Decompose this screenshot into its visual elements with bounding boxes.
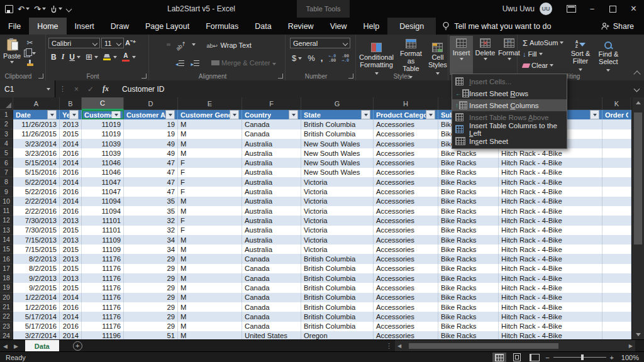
cell[interactable]: 11047 [82,187,124,196]
cell[interactable]: Australia [242,206,301,216]
cell[interactable]: Hitch Rack - 4-Bike [499,158,602,167]
cell[interactable]: Bike Racks [438,283,499,292]
cell[interactable]: 29 [124,293,178,302]
cell[interactable]: Canada [242,293,301,302]
column-header-g[interactable]: G [301,97,374,110]
cell[interactable]: Bike Racks [438,197,499,206]
cell[interactable]: Bike Racks [438,302,499,312]
tab-review[interactable]: Review [280,18,322,35]
page-break-view-button[interactable] [528,353,541,362]
cell[interactable] [602,206,631,216]
table-header-cell-customer-id[interactable]: Customer ID [82,110,124,119]
cell[interactable]: Accessories [374,129,438,139]
cell[interactable]: 5/22/2016 [13,187,60,196]
cell[interactable]: Bike Racks [438,322,499,331]
cell[interactable]: Accessories [374,139,438,148]
cell[interactable]: Accessories [374,283,438,292]
table-header-cell-country[interactable]: Country [242,110,301,119]
column-header-d[interactable]: D [124,97,178,110]
decrease-decimal-button[interactable]: .00→.0 [341,54,349,62]
cell[interactable]: Hitch Rack - 4-Bike [499,312,602,321]
cell[interactable]: Accessories [374,197,438,206]
cell[interactable]: Canada [242,283,301,292]
redo-dropdown-icon[interactable] [42,8,46,10]
cell[interactable]: Hitch Rack - 4-Bike [499,197,602,206]
filter-dropdown-button[interactable] [111,110,121,119]
table-header-cell-order-q[interactable]: Order Q [602,110,631,119]
cell[interactable]: Hitch Rack - 4-Bike [499,322,602,331]
cell[interactable]: Bike Racks [438,158,499,167]
cell[interactable]: Accessories [374,148,438,158]
tab-help[interactable]: Help [355,18,388,35]
cell[interactable]: F [178,216,242,225]
vertical-scrollbar[interactable] [631,97,644,339]
cell[interactable] [602,322,631,331]
filter-dropdown-button[interactable] [165,110,175,119]
cell[interactable] [602,148,631,158]
cell[interactable] [602,254,631,263]
cell[interactable]: Bike Racks [438,168,499,177]
new-sheet-button[interactable]: + [73,341,82,351]
cell-styles-button[interactable]: CellStyles [425,40,450,76]
column-header-a[interactable]: A [13,97,60,110]
name-box-dropdown-icon[interactable] [47,88,50,90]
cell[interactable]: Victoria [301,216,374,225]
cell[interactable]: Bike Racks [438,187,499,196]
align-left-button[interactable] [153,62,157,64]
cell[interactable]: 5/15/2016 [13,168,60,177]
cell[interactable]: M [178,302,242,312]
cell[interactable]: 2015 [60,129,82,139]
cell[interactable]: M [178,283,242,292]
tab-insert[interactable]: Insert [67,18,103,35]
find-select-button[interactable]: Find &Select [594,38,623,73]
cell[interactable]: 11039 [82,148,124,158]
cell[interactable]: Hitch Rack - 4-Bike [499,293,602,302]
font-size-select[interactable]: 11 [101,38,124,48]
increase-indent-button[interactable]: ▸ [189,56,202,70]
cell[interactable]: 49 [124,148,178,158]
increase-decimal-button[interactable]: ←.0.00 [328,54,336,62]
cell[interactable]: 2015 [60,264,82,273]
table-header-cell-product-category[interactable]: Product Category [374,110,438,119]
cell[interactable]: 2016 [60,187,82,196]
cell[interactable]: Canada [242,119,301,129]
table-header-cell-customer-gender[interactable]: Customer Gender [178,110,242,119]
cell[interactable]: Canada [242,264,301,273]
cell[interactable]: 2015 [60,244,82,254]
cell[interactable]: M [178,129,242,139]
tab-file[interactable]: File [0,18,29,35]
cell[interactable]: Hitch Rack - 4-Bike [499,331,602,339]
cell[interactable]: 32 [124,226,178,235]
cell[interactable]: Australia [242,235,301,244]
cell[interactable]: 11176 [82,254,124,263]
top-align-button[interactable] [153,43,157,46]
borders-button[interactable]: ⊞ [86,52,92,62]
touch-mode-button[interactable] [50,5,62,13]
close-button[interactable]: × [623,0,644,18]
cell[interactable]: Victoria [301,177,374,187]
tell-me-box[interactable]: Tell me what you want to do [442,18,551,35]
cell[interactable]: Hitch Rack - 4-Bike [499,168,602,177]
delete-button[interactable]: ✕ Delete [474,36,497,75]
row-number[interactable]: 19 [0,283,13,292]
cell[interactable]: Bike Racks [438,254,499,263]
cell[interactable]: 2014 [60,312,82,321]
table-header-cell-date[interactable]: Date [13,110,60,119]
row-number[interactable]: 22 [0,312,13,321]
cell[interactable] [602,312,631,321]
collapse-ribbon-icon[interactable] [633,70,640,77]
cell[interactable]: Bike Racks [438,293,499,302]
cell[interactable]: F [178,168,242,177]
cell[interactable]: Bike Racks [438,226,499,235]
cell[interactable]: 11176 [82,273,124,283]
cell[interactable]: 2014 [60,197,82,206]
row-number[interactable]: 8 [0,177,13,187]
cell[interactable]: F [178,187,242,196]
cell[interactable]: Canada [242,273,301,283]
cell[interactable]: 5/17/2016 [13,322,60,331]
underline-dropdown-icon[interactable] [77,56,80,58]
conditional-formatting-button[interactable]: ConditionalFormatting [356,40,397,76]
cell[interactable]: Bike Racks [438,244,499,254]
row-number[interactable]: 10 [0,197,13,206]
wrap-text-button[interactable]: ab↩ Wrap Text [205,38,253,52]
